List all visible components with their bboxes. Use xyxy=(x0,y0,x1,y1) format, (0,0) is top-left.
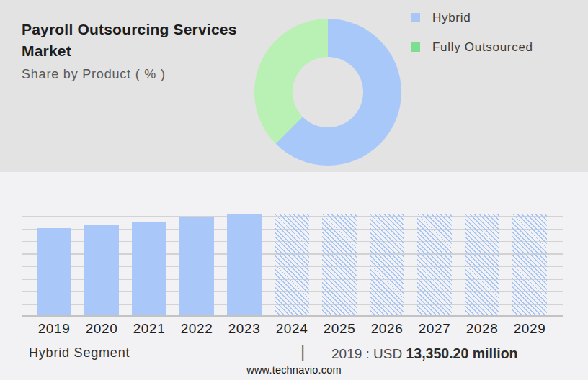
x-axis-label-2020: 2020 xyxy=(78,321,125,337)
legend-item-fully-outsourced: Fully Outsourced xyxy=(411,41,533,53)
bar-2019 xyxy=(37,228,71,315)
x-axis-label-2024: 2024 xyxy=(268,321,316,337)
footer-url[interactable]: www.technavio.com xyxy=(0,364,588,376)
x-axis-label-2023: 2023 xyxy=(220,321,268,337)
legend-label-hybrid: Hybrid xyxy=(432,11,471,25)
x-axis-label-2022: 2022 xyxy=(173,321,220,337)
bar-chart-section: 2019202020212022202320242025202620272028… xyxy=(0,172,588,380)
page-subtitle: Share by Product ( % ) xyxy=(22,67,267,82)
x-axis-label-2025: 2025 xyxy=(316,321,363,337)
bar-2021 xyxy=(132,222,166,315)
page-title: Payroll Outsourcing Services Market xyxy=(22,19,267,62)
bar-chart-x-axis-labels: 2019202020212022202320242025202620272028… xyxy=(22,321,563,337)
forecast-bar-2025 xyxy=(322,214,357,315)
bar-chart-plot-area xyxy=(22,216,563,317)
bar-2022 xyxy=(179,217,214,315)
forecast-bar-2024 xyxy=(275,214,309,315)
base-year-value: 2019 : USD 13,350.20 million xyxy=(331,345,518,362)
legend-label-fully-outsourced: Fully Outsourced xyxy=(432,40,533,55)
header-section: Payroll Outsourcing Services Market Shar… xyxy=(0,0,588,172)
forecast-bar-2027 xyxy=(417,214,452,315)
x-axis-label-2029: 2029 xyxy=(506,321,553,337)
segment-label: Hybrid Segment xyxy=(29,345,130,361)
hybrid-color-swatch xyxy=(411,13,420,22)
bar-2023 xyxy=(227,214,262,315)
chart-legend: Hybrid Fully Outsourced xyxy=(411,12,533,71)
separator-pipe: | xyxy=(300,342,305,362)
forecast-bar-2028 xyxy=(465,214,499,315)
base-year-value-prefix: 2019 : USD xyxy=(331,346,402,361)
x-axis-label-2027: 2027 xyxy=(411,321,458,337)
forecast-bar-2029 xyxy=(512,214,547,315)
infographic-page: Payroll Outsourcing Services Market Shar… xyxy=(0,0,588,380)
x-axis-label-2019: 2019 xyxy=(30,321,78,337)
base-year-value-amount: 13,350.20 million xyxy=(406,345,518,361)
legend-item-hybrid: Hybrid xyxy=(411,12,533,24)
x-axis-label-2026: 2026 xyxy=(363,321,411,337)
donut-hole xyxy=(293,57,363,127)
bar-2020 xyxy=(84,225,119,315)
x-axis-label-2028: 2028 xyxy=(458,321,506,337)
title-block: Payroll Outsourcing Services Market Shar… xyxy=(22,19,267,82)
forecast-bar-2026 xyxy=(370,214,404,315)
donut-chart xyxy=(254,19,401,166)
fully-outsourced-color-swatch xyxy=(411,42,420,52)
x-axis-label-2021: 2021 xyxy=(125,321,173,337)
